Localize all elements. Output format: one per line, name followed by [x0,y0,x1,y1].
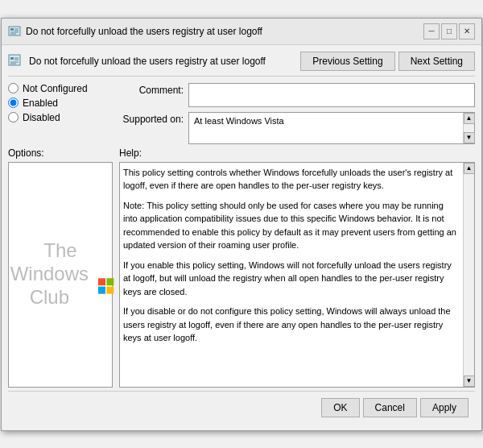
options-box: The Windows Club [8,162,113,388]
main-layout: Not Configured Enabled Disabled Comment: [8,83,475,144]
sections-row: Options: The Windows Club [8,147,475,388]
windows-club-icon [98,275,114,297]
cancel-button[interactable]: Cancel [363,398,417,417]
help-scroll-down[interactable]: ▼ [464,375,475,387]
svg-rect-15 [107,287,114,294]
disabled-radio[interactable] [8,112,19,122]
scroll-thumb [464,124,474,132]
watermark-line2: Windows Club [6,263,92,309]
enabled-option[interactable]: Enabled [8,97,113,109]
help-paragraph-1: This policy setting controls whether Win… [123,166,460,193]
supported-value: At least Windows Vista [192,114,286,127]
help-scrollbar: ▲ ▼ [463,163,474,387]
close-button[interactable]: ✕ [459,23,475,39]
dialog-content: Do not forcefully unload the users regis… [2,45,481,430]
radio-group: Not Configured Enabled Disabled [8,83,113,123]
enabled-label: Enabled [23,97,58,109]
help-text: This policy setting controls whether Win… [123,166,460,345]
right-panel: Comment: Supported on: At least Windows … [119,83,475,144]
svg-rect-1 [10,28,14,31]
disabled-option[interactable]: Disabled [8,112,113,123]
minimize-button[interactable]: ─ [423,23,440,39]
watermark-row: Windows Club [6,263,114,309]
main-dialog: Do not forcefully unload the users regis… [1,18,482,431]
options-section: Options: The Windows Club [8,147,113,388]
help-label: Help: [119,147,475,159]
options-label: Options: [8,147,113,159]
supported-row: Supported on: At least Windows Vista ▲ ▼ [119,112,475,144]
header-section: Do not forcefully unload the users regis… [8,52,475,77]
watermark: The Windows Club [9,163,112,387]
previous-setting-button[interactable]: Previous Setting [300,52,394,71]
comment-input-wrapper [188,83,475,107]
header-policy-icon [8,53,24,69]
policy-icon [8,25,21,38]
title-bar-controls: ─ □ ✕ [423,23,475,39]
apply-button[interactable]: Apply [420,398,469,417]
not-configured-label: Not Configured [23,83,88,94]
enabled-radio[interactable] [8,97,19,108]
supported-label: Supported on: [119,112,184,125]
top-buttons: Previous Setting Next Setting [300,52,475,71]
next-setting-button[interactable]: Next Setting [398,52,475,71]
svg-rect-12 [98,278,105,285]
left-panel: Not Configured Enabled Disabled [8,83,113,144]
svg-rect-13 [107,278,114,285]
help-paragraph-2: Note: This policy setting should only be… [123,199,460,252]
header-title: Do not forcefully unload the users regis… [29,56,295,67]
help-section: Help: This policy setting controls wheth… [119,147,475,388]
svg-rect-7 [10,57,14,60]
supported-field: At least Windows Vista ▲ ▼ [188,112,475,144]
help-box: This policy setting controls whether Win… [119,162,475,388]
help-paragraph-3: If you enable this policy setting, Windo… [123,259,460,299]
ok-button[interactable]: OK [321,398,359,417]
title-bar-text: Do not forcefully unload the users regis… [26,26,262,37]
supported-input-wrapper: At least Windows Vista ▲ ▼ [188,112,475,144]
svg-rect-14 [98,287,105,294]
title-bar: Do not forcefully unload the users regis… [2,19,481,45]
help-scroll-up[interactable]: ▲ [464,163,475,174]
not-configured-radio[interactable] [8,83,19,93]
help-paragraph-4: If you disable or do not configure this … [123,305,460,345]
supported-scrollbar: ▲ ▼ [463,113,474,143]
help-scroll-thumb [464,174,474,375]
comment-textarea[interactable] [188,83,475,107]
maximize-button[interactable]: □ [441,23,457,39]
disabled-label: Disabled [23,112,60,123]
scroll-up-arrow[interactable]: ▲ [464,113,475,124]
not-configured-option[interactable]: Not Configured [8,83,113,94]
title-bar-left: Do not forcefully unload the users regis… [8,25,262,38]
comment-row: Comment: [119,83,475,107]
scroll-down-arrow[interactable]: ▼ [464,132,475,143]
watermark-line1: The [6,239,114,263]
footer: OK Cancel Apply [8,391,475,424]
comment-label: Comment: [119,83,184,96]
